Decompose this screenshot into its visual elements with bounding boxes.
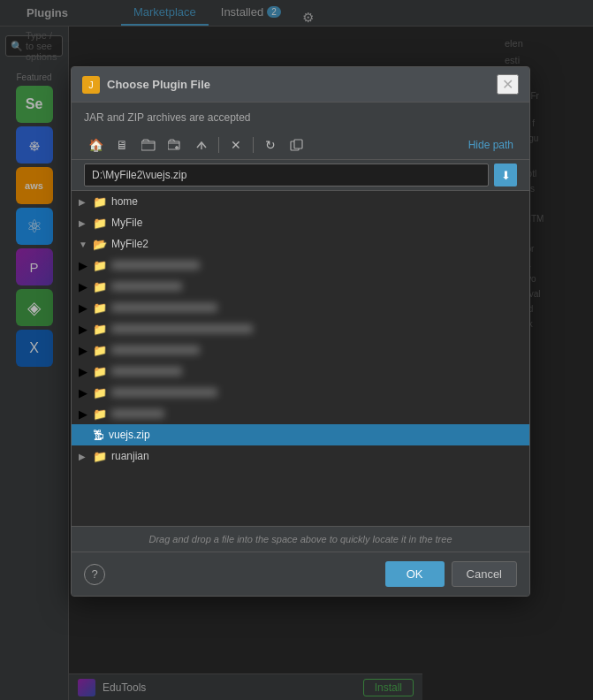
cancel-button[interactable]: Cancel bbox=[452, 561, 517, 587]
open-folder-button[interactable] bbox=[137, 134, 160, 156]
tree-item-blurred-2[interactable]: ▶ 📁 bbox=[72, 276, 529, 297]
dialog-title: Choose Plugin File bbox=[107, 78, 210, 91]
toolbar-separator bbox=[218, 137, 219, 153]
tree-arrow-myfile: ▶ bbox=[79, 218, 93, 228]
delete-button[interactable]: ✕ bbox=[224, 134, 247, 156]
ok-button[interactable]: OK bbox=[385, 561, 445, 587]
tree-label-ruanjian: ruanjian bbox=[111, 450, 149, 462]
tree-item-blurred-5[interactable]: ▶ 📁 bbox=[72, 339, 529, 361]
up-button[interactable] bbox=[190, 134, 213, 156]
choose-plugin-dialog: J Choose Plugin File ✕ JAR and ZIP archi… bbox=[71, 66, 530, 597]
path-go-button[interactable]: ⬇ bbox=[494, 164, 517, 186]
ide-background: Plugins Marketplace Installed 2 ⚙ 🔍 Type… bbox=[0, 0, 593, 700]
tree-item-home[interactable]: ▶ 📁 home bbox=[72, 191, 529, 212]
tree-item-blurred-4[interactable]: ▶ 📁 bbox=[72, 318, 529, 339]
svg-rect-4 bbox=[294, 140, 302, 148]
dialog-subtitle: JAR and ZIP archives are accepted bbox=[72, 103, 529, 131]
copy-path-button[interactable] bbox=[285, 134, 308, 156]
hide-path-button[interactable]: Hide path bbox=[465, 137, 517, 153]
tree-item-blurred-1[interactable]: ▶ 📁 bbox=[72, 255, 529, 276]
tree-item-blurred-8[interactable]: ▶ 📁 bbox=[72, 403, 529, 424]
tree-label-myfile: MyFile bbox=[111, 217, 142, 229]
refresh-button[interactable]: ↻ bbox=[259, 134, 282, 156]
tree-item-myfile[interactable]: ▶ 📁 MyFile bbox=[72, 212, 529, 233]
tree-label-vuejs: vuejs.zip bbox=[109, 429, 150, 441]
file-tree[interactable]: ▶ 📁 home ▶ 📁 MyFile ▼ 📂 MyFile2 ▶ 📁 bbox=[72, 191, 529, 527]
toolbar-separator-2 bbox=[253, 137, 254, 153]
path-bar: ⬇ bbox=[72, 160, 529, 191]
dialog-close-button[interactable]: ✕ bbox=[497, 74, 519, 95]
home-button[interactable]: 🏠 bbox=[84, 134, 107, 156]
dialog-plugin-icon: J bbox=[82, 76, 100, 94]
tree-item-vuejs-zip[interactable]: 🗜 vuejs.zip bbox=[72, 424, 529, 445]
dialog-footer: ? OK Cancel bbox=[72, 552, 529, 596]
tree-item-ruanjian[interactable]: ▶ 📁 ruanjian bbox=[72, 445, 529, 467]
tree-item-blurred-6[interactable]: ▶ 📁 bbox=[72, 361, 529, 382]
drag-hint: Drag and drop a file into the space abov… bbox=[72, 527, 529, 552]
file-toolbar: 🏠 🖥 ✕ ↻ Hide path bbox=[72, 131, 529, 160]
tree-label-myfile2: MyFile2 bbox=[111, 238, 148, 250]
desktop-button[interactable]: 🖥 bbox=[110, 134, 133, 156]
help-button[interactable]: ? bbox=[84, 564, 105, 585]
tree-item-blurred-3[interactable]: ▶ 📁 bbox=[72, 297, 529, 318]
tree-arrow-myfile2: ▼ bbox=[79, 240, 93, 249]
path-input[interactable] bbox=[84, 164, 489, 186]
tree-arrow-home: ▶ bbox=[79, 197, 93, 207]
tree-arrow-ruanjian: ▶ bbox=[79, 452, 93, 461]
tree-item-blurred-7[interactable]: ▶ 📁 bbox=[72, 382, 529, 403]
tree-item-myfile2[interactable]: ▼ 📂 MyFile2 bbox=[72, 233, 529, 255]
dialog-title-row: J Choose Plugin File bbox=[82, 76, 210, 94]
footer-buttons: OK Cancel bbox=[385, 561, 517, 587]
tree-label-home: home bbox=[111, 195, 138, 208]
dialog-title-bar: J Choose Plugin File ✕ bbox=[72, 67, 529, 103]
new-folder-button[interactable] bbox=[163, 134, 186, 156]
